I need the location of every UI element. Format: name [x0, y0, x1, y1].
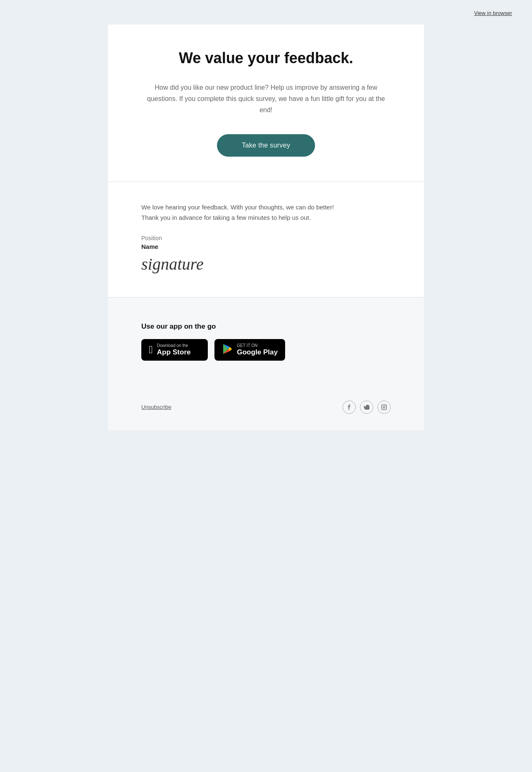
apple-icon:  [149, 344, 153, 355]
app-store-small-text: Download on the [157, 343, 191, 348]
svg-point-5 [383, 406, 385, 408]
name-label: Name [141, 243, 391, 250]
unsubscribe-link[interactable]: Unsubscribe [141, 404, 171, 410]
google-play-icon [222, 344, 233, 356]
app-store-badge[interactable]:  Download on the App Store [141, 339, 208, 361]
take-survey-button[interactable]: Take the survey [217, 134, 315, 157]
top-bar: View in browser [0, 0, 532, 25]
app-section: Use our app on the go  Download on the … [108, 297, 424, 401]
facebook-icon[interactable] [342, 401, 356, 414]
google-play-text: GET IT ON Google Play [237, 343, 278, 356]
google-play-badge[interactable]: GET IT ON Google Play [214, 339, 285, 361]
main-body-text: How did you like our new product line? H… [145, 82, 387, 116]
email-container: We value your feedback. How did you like… [108, 25, 424, 430]
app-section-heading: Use our app on the go [141, 322, 391, 331]
svg-rect-4 [382, 405, 387, 410]
view-in-browser-link[interactable]: View in browser [474, 10, 512, 16]
app-store-text: Download on the App Store [157, 343, 191, 356]
twitter-icon[interactable] [360, 401, 373, 414]
position-label: Position [141, 235, 391, 241]
footer-section: Unsubscribe [108, 401, 424, 430]
app-badges:  Download on the App Store [141, 339, 391, 361]
signature-section: We love hearing your feedback. With your… [108, 182, 424, 297]
social-icons [342, 401, 391, 414]
signature-text-1: We love hearing your feedback. With your… [141, 202, 391, 223]
instagram-icon[interactable] [377, 401, 391, 414]
main-heading: We value your feedback. [141, 49, 391, 67]
google-play-small-text: GET IT ON [237, 343, 278, 348]
svg-point-6 [385, 406, 386, 406]
page-wrapper: View in browser We value your feedback. … [0, 0, 532, 430]
signature-image: signature [141, 254, 391, 274]
app-store-large-text: App Store [157, 348, 191, 356]
google-play-large-text: Google Play [237, 348, 278, 356]
main-section: We value your feedback. How did you like… [108, 25, 424, 182]
